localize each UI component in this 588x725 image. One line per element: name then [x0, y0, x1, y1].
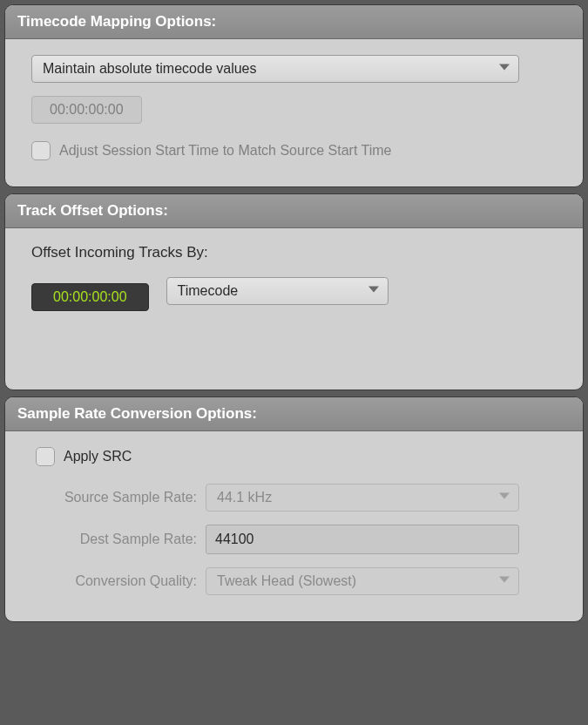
apply-src-row: Apply SRC — [36, 447, 557, 466]
adjust-start-time-checkbox[interactable] — [31, 141, 51, 160]
conversion-quality-dropdown: Tweak Head (Slowest) — [206, 567, 519, 595]
timecode-mapping-dropdown-value: Maintain absolute timecode values — [43, 61, 256, 77]
source-sample-rate-label: Source Sample Rate: — [31, 490, 197, 505]
timecode-mapping-panel: Timecode Mapping Options: Maintain absol… — [4, 4, 584, 187]
dest-sample-rate-row: Dest Sample Rate: — [31, 525, 557, 554]
sample-rate-body: Apply SRC Source Sample Rate: 44.1 kHz D… — [5, 431, 583, 621]
source-sample-rate-dropdown: 44.1 kHz — [206, 484, 519, 512]
dest-sample-rate-label: Dest Sample Rate: — [31, 532, 197, 547]
source-sample-rate-row: Source Sample Rate: 44.1 kHz — [31, 484, 557, 512]
chevron-down-icon — [368, 286, 379, 292]
offset-row: 00:00:00:00 Timecode — [31, 270, 557, 311]
dest-sample-rate-input[interactable] — [206, 525, 519, 554]
offset-tracks-label: Offset Incoming Tracks By: — [31, 244, 557, 261]
sample-rate-header: Sample Rate Conversion Options: — [5, 397, 583, 431]
timecode-mapping-timecode-display: 00:00:00:00 — [31, 96, 142, 124]
sample-rate-panel: Sample Rate Conversion Options: Apply SR… — [4, 396, 584, 622]
conversion-quality-label: Conversion Quality: — [31, 573, 197, 589]
chevron-down-icon — [499, 64, 510, 70]
adjust-start-time-label: Adjust Session Start Time to Match Sourc… — [59, 143, 391, 159]
apply-src-label: Apply SRC — [64, 449, 132, 464]
timecode-mapping-dropdown[interactable]: Maintain absolute timecode values — [31, 55, 519, 83]
offset-unit-dropdown[interactable]: Timecode — [166, 277, 389, 305]
track-offset-body: Offset Incoming Tracks By: 00:00:00:00 T… — [5, 228, 583, 390]
offset-unit-value: Timecode — [178, 283, 239, 299]
track-offset-header: Track Offset Options: — [5, 194, 583, 228]
conversion-quality-value: Tweak Head (Slowest) — [217, 573, 356, 589]
source-sample-rate-value: 44.1 kHz — [217, 490, 272, 505]
adjust-start-time-row: Adjust Session Start Time to Match Sourc… — [31, 141, 557, 160]
track-offset-panel: Track Offset Options: Offset Incoming Tr… — [4, 193, 584, 390]
chevron-down-icon — [499, 576, 510, 582]
timecode-mapping-header: Timecode Mapping Options: — [5, 5, 583, 39]
apply-src-checkbox[interactable] — [36, 447, 55, 466]
chevron-down-icon — [499, 492, 510, 498]
offset-timecode-input[interactable]: 00:00:00:00 — [31, 283, 149, 311]
conversion-quality-row: Conversion Quality: Tweak Head (Slowest) — [31, 567, 557, 595]
timecode-mapping-body: Maintain absolute timecode values 00:00:… — [5, 39, 583, 186]
